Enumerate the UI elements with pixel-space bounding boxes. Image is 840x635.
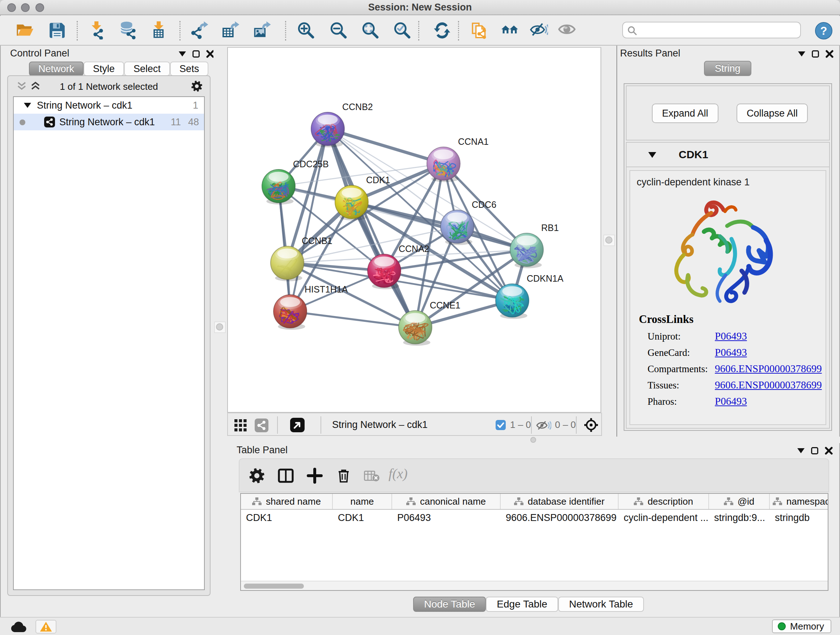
- control-tab-style[interactable]: Style: [84, 62, 124, 76]
- show-all-button[interactable]: [558, 21, 576, 40]
- network-canvas[interactable]: CCNB2CCNA1CDC25BCDK1CDC6RB1CCNB1CCNA2CDK…: [227, 47, 601, 413]
- expand-all-button[interactable]: Expand All: [652, 103, 718, 123]
- network-node-RB1[interactable]: [510, 233, 543, 268]
- horizontal-splitter-handle[interactable]: [531, 437, 536, 443]
- duplicate-network-button[interactable]: [471, 21, 489, 40]
- refresh-button[interactable]: [433, 21, 451, 40]
- hide-selected-button[interactable]: [530, 21, 548, 40]
- zoom-out-button[interactable]: [330, 21, 347, 40]
- control-tab-select[interactable]: Select: [124, 62, 170, 76]
- home-neighbors-button[interactable]: [501, 21, 519, 40]
- function-builder-icon[interactable]: f(x): [388, 466, 408, 481]
- close-results-icon[interactable]: [826, 50, 834, 58]
- float-table-icon[interactable]: [797, 448, 805, 453]
- import-table-button[interactable]: [149, 21, 167, 40]
- close-panel-icon[interactable]: [206, 50, 214, 58]
- table-scrollbar-thumb[interactable]: [244, 584, 304, 589]
- maximize-panel-icon[interactable]: [193, 50, 200, 57]
- network-collection-row[interactable]: String Network – cdk1 1: [14, 97, 204, 114]
- table-cell[interactable]: CDK1: [241, 510, 333, 525]
- left-splitter[interactable]: [213, 46, 227, 438]
- right-splitter[interactable]: [602, 46, 616, 438]
- table-row[interactable]: CDK1CDK1P064939606.ENSP00000378699cyclin…: [241, 510, 828, 525]
- crosslink-value-link[interactable]: P06493: [715, 330, 747, 342]
- maximize-table-icon[interactable]: [811, 447, 818, 454]
- network-node-CCNB1[interactable]: [271, 246, 304, 281]
- show-columns-icon[interactable]: [278, 468, 294, 484]
- search-input[interactable]: [622, 22, 801, 38]
- crosslink-value-link[interactable]: P06493: [715, 347, 747, 358]
- export-table-button[interactable]: [222, 21, 240, 40]
- maximize-results-icon[interactable]: [812, 50, 819, 57]
- table-tab-network-table[interactable]: Network Table: [558, 597, 644, 612]
- table-tab-node-table[interactable]: Node Table: [413, 597, 486, 612]
- delete-table-icon[interactable]: [364, 470, 380, 481]
- crosslink-value-link[interactable]: 9606.ENSP00000378699: [715, 379, 822, 391]
- network-node-CCNE1[interactable]: [399, 310, 432, 346]
- memory-button[interactable]: Memory: [772, 619, 831, 633]
- results-tab-string[interactable]: String: [704, 61, 752, 76]
- import-network-button[interactable]: [88, 21, 106, 40]
- column-header-id[interactable]: @id: [709, 494, 770, 509]
- selected-checkbox-icon[interactable]: [496, 420, 506, 430]
- control-tab-sets[interactable]: Sets: [170, 62, 208, 76]
- grid-view-icon[interactable]: [234, 419, 247, 432]
- birds-eye-view-icon[interactable]: [290, 418, 305, 432]
- export-image-button[interactable]: [253, 21, 271, 40]
- export-network-button[interactable]: [191, 21, 209, 40]
- column-header-databaseidentifier[interactable]: database identifier: [501, 494, 619, 509]
- crosslink-value-link[interactable]: P06493: [715, 395, 747, 407]
- protein-accordion-header[interactable]: CDK1: [627, 143, 829, 167]
- table-cell[interactable]: stringdb:9...: [709, 510, 770, 525]
- network-options-gear-icon[interactable]: [191, 80, 202, 92]
- zoom-in-button[interactable]: [297, 21, 315, 40]
- protein-description: cyclin-dependent kinase 1: [637, 177, 750, 188]
- zoom-fit-button[interactable]: [362, 21, 379, 40]
- hidden-counts: 0 – 0: [555, 419, 576, 431]
- add-column-icon[interactable]: [307, 468, 323, 484]
- network-row[interactable]: String Network – cdk1 11 48: [14, 114, 204, 130]
- column-header-description[interactable]: description: [619, 494, 709, 509]
- table-cell[interactable]: 9606.ENSP00000378699: [501, 510, 619, 525]
- warnings-button[interactable]: [35, 620, 57, 633]
- delete-column-icon[interactable]: [336, 468, 352, 484]
- network-node-CDC6[interactable]: [441, 210, 474, 245]
- network-node-HIST1H1A[interactable]: [273, 295, 307, 330]
- save-button[interactable]: [48, 21, 66, 40]
- column-header-namespace[interactable]: namespace: [770, 494, 829, 509]
- import-database-button[interactable]: [119, 21, 137, 40]
- collection-expander-icon[interactable]: [24, 103, 31, 108]
- help-button[interactable]: ?: [815, 22, 833, 40]
- cloud-icon[interactable]: [10, 621, 27, 633]
- zoom-selected-button[interactable]: [393, 21, 411, 40]
- crosslink-row: Compartments: 9606.ENSP00000378699: [639, 363, 822, 375]
- network-node-CDC25B[interactable]: [262, 169, 295, 204]
- float-results-icon[interactable]: [798, 51, 805, 57]
- float-panel-icon[interactable]: [179, 51, 186, 57]
- open-button[interactable]: [16, 21, 34, 40]
- column-header-name[interactable]: name: [333, 494, 392, 509]
- crosslink-value-link[interactable]: 9606.ENSP00000378699: [715, 363, 822, 375]
- collapse-all-button[interactable]: Collapse All: [737, 103, 808, 123]
- table-options-gear-icon[interactable]: [249, 468, 265, 484]
- table-cell[interactable]: P06493: [392, 510, 501, 525]
- close-table-icon[interactable]: [825, 447, 833, 455]
- horizontal-splitter[interactable]: [217, 437, 840, 443]
- control-tab-network[interactable]: Network: [29, 62, 84, 76]
- network-view-mode-icon[interactable]: [255, 418, 268, 432]
- network-node-CDKN1A[interactable]: [496, 284, 529, 319]
- column-header-sharedname[interactable]: shared name: [241, 494, 333, 509]
- table-tab-edge-table[interactable]: Edge Table: [486, 597, 558, 612]
- accordion-expander-icon[interactable]: [648, 152, 656, 158]
- right-splitter-handle[interactable]: [605, 236, 613, 244]
- column-header-canonicalname[interactable]: canonical name: [392, 494, 501, 509]
- left-splitter-handle[interactable]: [216, 323, 223, 331]
- fit-selected-crosshair-icon[interactable]: [584, 418, 598, 432]
- export-image-icon: [253, 21, 271, 40]
- network-node-CCNA1[interactable]: [427, 147, 460, 182]
- table-horizontal-scrollbar[interactable]: [241, 581, 828, 590]
- network-node-CCNA2[interactable]: [368, 254, 401, 289]
- table-cell[interactable]: CDK1: [333, 510, 392, 525]
- table-cell[interactable]: stringdb: [770, 510, 829, 525]
- table-cell[interactable]: cyclin-dependent ...: [619, 510, 709, 525]
